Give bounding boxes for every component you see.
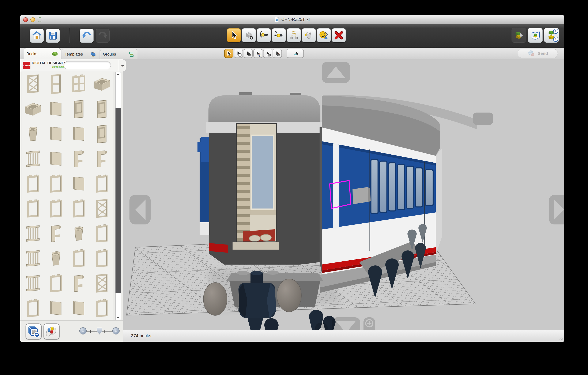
tool-hinge-align-button[interactable] xyxy=(272,28,286,42)
brick-search-input[interactable] xyxy=(63,61,111,69)
viewport-3d[interactable] xyxy=(123,59,564,330)
scrollbar-thumb[interactable] xyxy=(116,108,121,293)
palette-brick-bracket[interactable] xyxy=(67,271,90,296)
building-guide-mode-button[interactable]: 2 1 xyxy=(544,28,559,43)
view-mode-button[interactable] xyxy=(528,28,543,43)
camera-down-button[interactable] xyxy=(332,317,360,330)
palette-brick-door[interactable] xyxy=(90,97,113,122)
color-filter-button[interactable] xyxy=(43,323,60,340)
palette-brick-fence[interactable] xyxy=(21,246,45,271)
palette-brick-lattice[interactable] xyxy=(90,196,113,221)
title-bar[interactable]: CHN-RZ25T.lxf xyxy=(20,15,564,24)
select-toggle-button[interactable] xyxy=(244,49,252,58)
palette-brick-frame[interactable] xyxy=(90,171,113,196)
redo-button[interactable] xyxy=(96,29,110,43)
app-window: CHN-RZ25T.lxf xyxy=(20,15,564,342)
palette-brick-window4[interactable] xyxy=(67,72,90,97)
palette-brick-frame[interactable] xyxy=(21,196,45,221)
palette-brick-panel[interactable] xyxy=(67,296,90,321)
palette-brick-panel[interactable] xyxy=(67,122,90,146)
palette-brick-door[interactable] xyxy=(90,122,113,146)
palette-brick-frame[interactable] xyxy=(90,296,113,321)
resize-grip-icon[interactable] xyxy=(558,336,563,340)
select-add-button[interactable] xyxy=(234,49,243,58)
filter-bricks-button[interactable] xyxy=(26,323,42,340)
camera-left-button[interactable] xyxy=(129,195,151,224)
palette-brick-panel[interactable] xyxy=(45,122,68,146)
brick-thumbnail-icon xyxy=(23,122,43,146)
tab-bricks[interactable]: Bricks xyxy=(24,48,61,59)
camera-rotate-button[interactable] xyxy=(315,323,328,330)
build-mode-button[interactable] xyxy=(512,28,526,43)
zoom-out-bricks-button[interactable] xyxy=(79,327,87,334)
palette-brick-bracket[interactable] xyxy=(90,146,113,171)
palette-brick-frame[interactable] xyxy=(90,246,113,271)
palette-brick-cup[interactable] xyxy=(67,221,90,246)
camera-zoom-control[interactable] xyxy=(364,317,375,330)
send-button[interactable]: Send xyxy=(518,49,558,58)
palette-brick-frame[interactable] xyxy=(67,196,90,221)
collapse-panel-button[interactable]: ◀◀ xyxy=(119,60,126,71)
home-button[interactable] xyxy=(30,29,44,43)
tab-groups[interactable]: Groups xyxy=(100,49,137,59)
tool-hide-button[interactable] xyxy=(317,28,331,42)
tool-flex-button[interactable] xyxy=(287,28,301,42)
palette-brick-fence[interactable] xyxy=(21,221,45,246)
palette-brick-panel[interactable] xyxy=(67,171,90,196)
brick-thumbnail-icon xyxy=(69,97,89,121)
arrow-left-icon xyxy=(129,195,151,224)
palette-brick-frame[interactable] xyxy=(67,246,90,271)
palette-brick-boxopen[interactable] xyxy=(90,72,113,97)
scroll-up-icon[interactable] xyxy=(116,73,120,75)
palette-brick-panel[interactable] xyxy=(45,296,68,321)
palette-brick-window2[interactable] xyxy=(45,72,68,97)
palette-brick-frame[interactable] xyxy=(21,296,45,321)
tool-select-button[interactable] xyxy=(227,28,241,42)
zoom-button[interactable] xyxy=(38,17,42,22)
palette-brick-frame[interactable] xyxy=(45,196,68,221)
brick-thumbnail-icon xyxy=(23,73,43,96)
palette-brick-panel[interactable] xyxy=(45,146,68,171)
camera-right-button[interactable] xyxy=(549,195,564,224)
palette-brick-cup[interactable] xyxy=(21,122,45,146)
palette-brick-frame[interactable] xyxy=(90,221,113,246)
palette-brick-bracket[interactable] xyxy=(45,221,68,246)
select-single-button[interactable] xyxy=(224,49,233,58)
select-shape-button[interactable] xyxy=(263,49,272,58)
minimize-button[interactable] xyxy=(31,17,35,22)
slider-thumb[interactable] xyxy=(97,328,102,334)
palette-brick-fence[interactable] xyxy=(21,271,45,296)
palette-brick-lattice[interactable] xyxy=(21,72,45,97)
palette-brick-frame[interactable] xyxy=(45,271,68,296)
scroll-down-icon[interactable] xyxy=(116,317,120,319)
palette-brick-boxopen[interactable] xyxy=(21,97,45,122)
tool-hinge-button[interactable] xyxy=(257,28,271,42)
undo-button[interactable] xyxy=(80,29,94,43)
filter-icon xyxy=(27,325,40,338)
palette-scrollbar[interactable] xyxy=(115,72,121,320)
tool-clone-button[interactable] xyxy=(242,28,256,42)
train-door-interior xyxy=(236,124,276,243)
palette-header: LEGO DIGITAL DESIGNER extended ◀◀ xyxy=(20,59,123,72)
palette-brick-lattice[interactable] xyxy=(90,271,113,296)
select-shape-color-button[interactable] xyxy=(273,49,282,58)
palette-brick-door[interactable] xyxy=(67,97,90,122)
palette-brick-frame[interactable] xyxy=(45,171,68,196)
logo-line2: extended xyxy=(32,65,67,68)
zoom-in-bricks-button[interactable] xyxy=(112,327,120,334)
select-advanced-button[interactable] xyxy=(287,49,304,58)
palette-brick-fence[interactable] xyxy=(21,146,45,171)
tool-delete-button[interactable] xyxy=(332,28,346,42)
tab-templates[interactable]: Templates xyxy=(62,49,99,59)
brick-thumbnail-icon xyxy=(92,122,112,146)
palette-brick-panel[interactable] xyxy=(45,97,68,122)
palette-brick-bracket[interactable] xyxy=(67,146,90,171)
save-button[interactable] xyxy=(46,29,60,43)
camera-up-button[interactable] xyxy=(322,62,350,83)
templates-tab-icon xyxy=(90,51,96,57)
select-color-button[interactable] xyxy=(253,49,262,58)
palette-brick-frame[interactable] xyxy=(21,171,45,196)
palette-brick-cup[interactable] xyxy=(45,246,68,271)
tool-paint-button[interactable] xyxy=(302,28,316,42)
close-button[interactable] xyxy=(23,17,28,22)
